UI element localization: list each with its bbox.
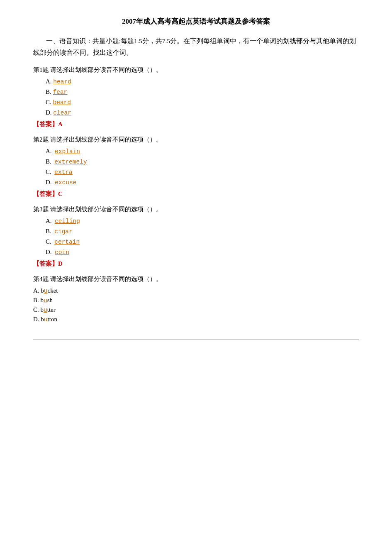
question-block-2: 第2题 请选择出划线部分读音不同的选项（）。 A. explain B. ext… xyxy=(33,136,359,198)
question-block-1: 第1题 请选择出划线部分读音不同的选项（）。 A. heard B. fear … xyxy=(33,66,359,128)
question-3-option-c: C. certain xyxy=(33,238,359,245)
question-3-option-d: D. coin xyxy=(33,249,359,256)
question-1-answer: 【答案】A xyxy=(33,120,359,128)
question-4-option-a: A. bucket xyxy=(33,287,359,294)
question-block-3: 第3题 请选择出划线部分读音不同的选项（）。 A. ceiling B. cig… xyxy=(33,205,359,268)
question-1-option-d: D. clear xyxy=(33,109,359,116)
question-4-option-b: B. bush xyxy=(33,297,359,304)
question-4-option-c: C. butter xyxy=(33,306,359,313)
question-1-option-b: B. fear xyxy=(33,88,359,95)
question-1-option-a: A. heard xyxy=(33,78,359,85)
question-4-title: 第4题 请选择出划线部分读音不同的选项（）。 xyxy=(33,275,359,283)
question-2-title: 第2题 请选择出划线部分读音不同的选项（）。 xyxy=(33,136,359,144)
question-2-option-a: A. explain xyxy=(33,148,359,155)
question-2-option-c: C. extra xyxy=(33,169,359,176)
question-3-option-b: B. cigar xyxy=(33,228,359,235)
page-title: 2007年成人高考高起点英语考试真题及参考答案 xyxy=(33,17,359,26)
question-4-option-d: D. button xyxy=(33,316,359,323)
question-3-answer: 【答案】D xyxy=(33,260,359,268)
intro-text: 一、语音知识：共量小题;每题1.5分，共7.5分。在下列每组单词中，有一个单词的… xyxy=(33,35,359,59)
question-1-title: 第1题 请选择出划线部分读音不同的选项（）。 xyxy=(33,66,359,74)
question-1-option-c: C. beard xyxy=(33,99,359,106)
question-3-title: 第3题 请选择出划线部分读音不同的选项（）。 xyxy=(33,205,359,213)
question-2-option-b: B. extremely xyxy=(33,158,359,165)
question-2-answer: 【答案】C xyxy=(33,190,359,198)
question-block-4: 第4题 请选择出划线部分读音不同的选项（）。 A. bucket B. bush… xyxy=(33,275,359,323)
page-divider xyxy=(33,340,359,340)
question-3-option-a: A. ceiling xyxy=(33,218,359,225)
question-2-option-d: D. excuse xyxy=(33,179,359,186)
